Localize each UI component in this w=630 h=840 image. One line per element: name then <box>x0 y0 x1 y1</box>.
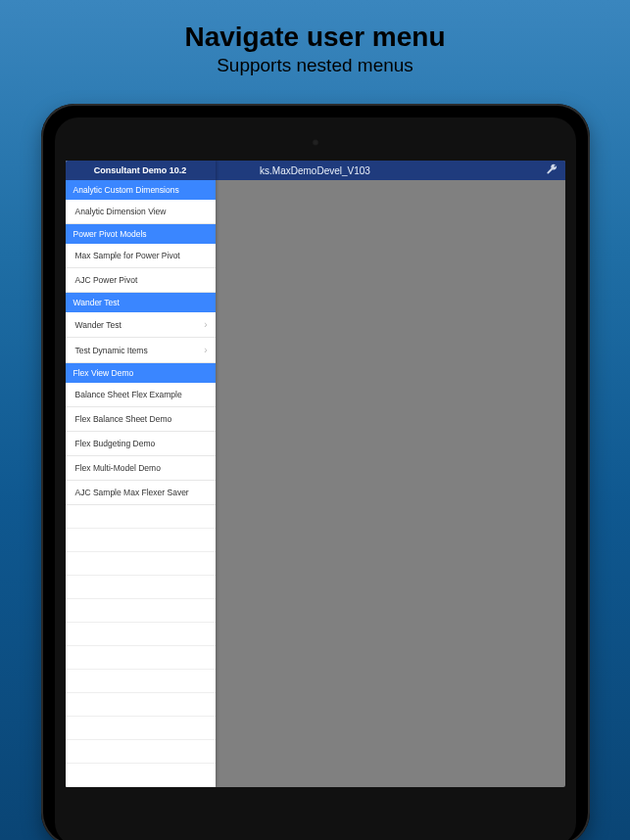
screen: ks.MaxDemoDevel_V103 Consultant Demo 10.… <box>66 161 565 787</box>
chevron-right-icon: › <box>204 319 207 330</box>
menu-item[interactable]: Flex Balance Sheet Demo <box>66 407 216 432</box>
section-header[interactable]: Wander Test <box>66 293 216 312</box>
chevron-right-icon: › <box>204 345 207 355</box>
empty-row <box>66 599 216 623</box>
menu-item[interactable]: Wander Test› <box>66 312 216 338</box>
menu-item-label: Max Sample for Power Pivot <box>75 251 180 260</box>
empty-row <box>66 576 216 599</box>
camera-dot <box>312 139 318 146</box>
menu-item-label: Analytic Dimension View <box>75 207 167 216</box>
tablet-frame: ks.MaxDemoDevel_V103 Consultant Demo 10.… <box>41 104 590 840</box>
wrench-icon <box>546 163 557 175</box>
tablet-bezel: ks.MaxDemoDevel_V103 Consultant Demo 10.… <box>55 117 576 840</box>
settings-button[interactable] <box>546 163 557 177</box>
menu-item[interactable]: Test Dynamic Items› <box>66 338 216 363</box>
sidebar-title: Consultant Demo 10.2 <box>66 161 216 180</box>
promo-header: Navigate user menu Supports nested menus <box>0 0 630 94</box>
empty-row <box>66 505 216 529</box>
empty-row <box>66 670 216 693</box>
menu-item[interactable]: Analytic Dimension View <box>66 200 216 224</box>
empty-row <box>66 740 216 764</box>
menu-item-label: AJC Sample Max Flexer Saver <box>75 488 189 497</box>
menu-item-label: Flex Budgeting Demo <box>75 439 156 448</box>
empty-row <box>66 717 216 740</box>
sidebar-sections: Analytic Custom DimensionsAnalytic Dimen… <box>66 180 216 505</box>
empty-row <box>66 529 216 552</box>
sidebar-blank-area <box>66 505 216 787</box>
menu-item[interactable]: Max Sample for Power Pivot <box>66 244 216 268</box>
menu-item-label: Test Dynamic Items <box>75 346 148 355</box>
empty-row <box>66 646 216 670</box>
empty-row <box>66 623 216 646</box>
menu-item[interactable]: Flex Multi-Model Demo <box>66 456 216 481</box>
section-header[interactable]: Power Pivot Models <box>66 224 216 244</box>
menu-item-label: Balance Sheet Flex Example <box>75 390 182 399</box>
menu-item[interactable]: Balance Sheet Flex Example <box>66 383 216 407</box>
section-header[interactable]: Analytic Custom Dimensions <box>66 180 216 200</box>
promo-subtitle: Supports nested menus <box>0 55 630 76</box>
empty-row <box>66 693 216 717</box>
menu-item-label: AJC Power Pivot <box>75 275 138 285</box>
empty-row <box>66 552 216 576</box>
promo-title: Navigate user menu <box>0 22 630 53</box>
section-header[interactable]: Flex View Demo <box>66 363 216 383</box>
sidebar[interactable]: Consultant Demo 10.2 Analytic Custom Dim… <box>66 161 216 787</box>
menu-item[interactable]: Flex Budgeting Demo <box>66 432 216 456</box>
menu-item[interactable]: AJC Sample Max Flexer Saver <box>66 481 216 505</box>
menu-item-label: Wander Test <box>75 320 121 330</box>
menu-item-label: Flex Multi-Model Demo <box>75 463 161 473</box>
menu-item[interactable]: AJC Power Pivot <box>66 268 216 293</box>
menu-item-label: Flex Balance Sheet Demo <box>75 414 172 424</box>
empty-row <box>66 764 216 787</box>
